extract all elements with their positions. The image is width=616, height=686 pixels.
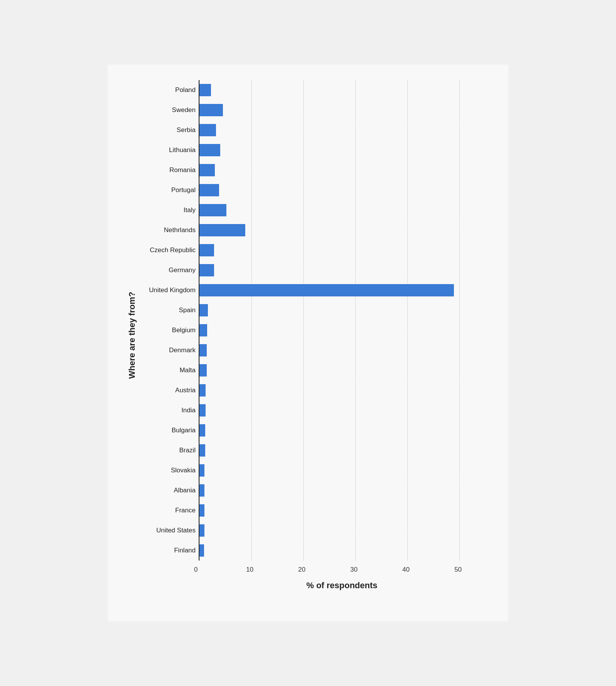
bar	[199, 544, 204, 557]
bar	[199, 324, 207, 336]
bar	[199, 464, 204, 477]
x-tick: 20	[298, 564, 306, 574]
bar	[199, 284, 454, 296]
bar-row	[199, 80, 485, 100]
country-label: Lithuania	[137, 140, 196, 160]
country-labels: PolandSwedenSerbiaLithuaniaRomaniaPortug…	[137, 80, 199, 561]
bar-row	[199, 540, 485, 561]
bar	[199, 144, 220, 156]
bar-row	[199, 200, 485, 220]
country-label: Portugal	[137, 180, 196, 200]
country-label: Czech Republic	[137, 240, 196, 260]
bar-row	[199, 480, 485, 500]
bar	[199, 204, 226, 216]
x-tick: 10	[246, 564, 253, 574]
bar-row	[199, 380, 485, 400]
bar-row	[199, 440, 485, 460]
bars-section: PolandSwedenSerbiaLithuaniaRomaniaPortug…	[137, 80, 485, 561]
country-label: Finland	[137, 540, 196, 561]
bar	[199, 504, 204, 517]
bar	[199, 104, 223, 116]
bar	[199, 304, 208, 316]
country-label: Belgium	[137, 320, 196, 340]
x-tick: 30	[350, 564, 358, 574]
x-tick: 50	[454, 564, 462, 574]
bar-row	[199, 280, 485, 300]
bar	[199, 164, 215, 176]
chart-area: Where are they from? PolandSwedenSerbiaL…	[123, 80, 485, 591]
country-label: Nethrlands	[137, 220, 196, 240]
bar-row	[199, 520, 485, 540]
chart-inner: PolandSwedenSerbiaLithuaniaRomaniaPortug…	[137, 80, 485, 591]
country-label: Serbia	[137, 120, 196, 140]
x-axis-ticks: 01020304050	[199, 564, 485, 575]
country-label: Brazil	[137, 440, 196, 460]
country-label: Italy	[137, 200, 196, 220]
bar-row	[199, 500, 485, 520]
bar-row	[199, 300, 485, 320]
bar	[199, 344, 207, 356]
country-label: India	[137, 400, 196, 420]
country-label: Albania	[137, 480, 196, 500]
bar	[199, 124, 216, 136]
x-axis-label: % of respondents	[199, 581, 485, 591]
country-label: Malta	[137, 360, 196, 380]
country-label: United Kingdom	[137, 280, 196, 300]
bar-row	[199, 360, 485, 380]
bars-and-grid	[199, 80, 485, 561]
bar-row	[199, 140, 485, 160]
bar-row	[199, 420, 485, 440]
bar	[199, 524, 204, 537]
x-tick: 40	[402, 564, 410, 574]
bar-row	[199, 260, 485, 280]
country-label: Slovakia	[137, 460, 196, 480]
bar	[199, 224, 245, 236]
country-label: United States	[137, 520, 196, 540]
bar-row	[199, 240, 485, 260]
bar	[199, 264, 214, 276]
bar	[199, 424, 205, 437]
bar-row	[199, 100, 485, 120]
country-label: Bulgaria	[137, 420, 196, 440]
country-label: France	[137, 500, 196, 520]
country-label: Denmark	[137, 340, 196, 360]
bar-row	[199, 120, 485, 140]
bar-row	[199, 400, 485, 420]
country-label: Sweden	[137, 100, 196, 120]
bar	[199, 384, 206, 397]
x-tick: 0	[194, 564, 198, 574]
bars-container	[199, 80, 485, 561]
bar	[199, 84, 211, 96]
bar	[199, 364, 207, 376]
bar-row	[199, 340, 485, 360]
country-label: Romania	[137, 160, 196, 180]
country-label: Poland	[137, 80, 196, 100]
bar	[199, 444, 205, 457]
bar-row	[199, 320, 485, 340]
country-label: Spain	[137, 300, 196, 320]
bar	[199, 484, 204, 497]
bar	[199, 184, 219, 196]
x-axis-area: 01020304050 % of respondents	[137, 564, 485, 591]
bar	[199, 244, 214, 256]
bar	[199, 404, 206, 417]
bar-row	[199, 220, 485, 240]
country-label: Germany	[137, 260, 196, 280]
bar-row	[199, 180, 485, 200]
country-label: Austria	[137, 380, 196, 400]
bar-row	[199, 160, 485, 180]
bar-row	[199, 460, 485, 480]
chart-container: Where are they from? PolandSwedenSerbiaL…	[108, 65, 508, 621]
y-axis-label: Where are they from?	[123, 80, 137, 591]
